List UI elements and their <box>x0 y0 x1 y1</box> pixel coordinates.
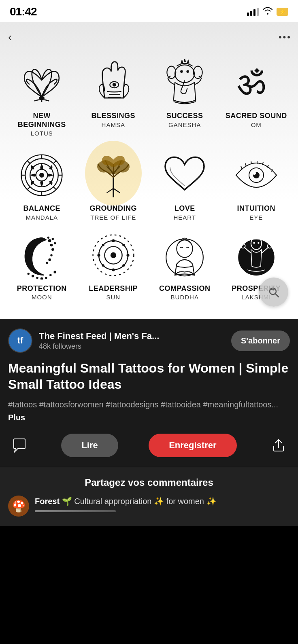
svg-point-10 <box>187 70 189 73</box>
comments-section: Partagez vos commentaires 🍄 Forest 🌱 Cul… <box>0 467 298 526</box>
svg-point-50 <box>111 252 116 258</box>
ganesha-icon <box>160 58 209 107</box>
lakshmi-icon <box>232 231 281 280</box>
subscribe-button[interactable]: S'abonner <box>231 330 290 351</box>
author-avatar: tf <box>8 328 32 353</box>
svg-point-36 <box>52 248 53 250</box>
svg-text:ॐ: ॐ <box>237 64 265 102</box>
more-button[interactable]: ••• <box>279 32 292 42</box>
author-left: tf The Finest Feed | Men's Fa... 48k fol… <box>8 328 159 353</box>
comment-bar <box>35 510 116 512</box>
svg-point-52 <box>112 268 115 271</box>
plus-label[interactable]: Plus <box>8 413 25 422</box>
mandala-label-main: BALANCE <box>23 204 61 213</box>
comment-text: Forest 🌱 Cultural appropriation ✨ for wo… <box>35 496 217 512</box>
tattoo-item-lotus: NEW BEGINNINGS LOTUS <box>6 54 78 143</box>
svg-point-30 <box>253 172 256 175</box>
treeoflife-label-main: GROUNDING <box>90 204 137 213</box>
moon-label-main: PROTECTION <box>17 284 67 293</box>
status-bar: 01:42 ⚡ <box>0 0 298 22</box>
read-button[interactable]: Lire <box>61 434 118 457</box>
svg-point-57 <box>122 244 125 246</box>
save-button[interactable]: Enregistrer <box>149 434 236 457</box>
svg-line-23 <box>53 161 56 163</box>
tattoo-grid-row2: BALANCE MANDALA <box>4 147 294 227</box>
comments-title: Partagez vos commentaires <box>8 477 290 488</box>
bottom-panel: tf The Finest Feed | Men's Fa... 48k fol… <box>0 319 298 467</box>
svg-point-3 <box>113 83 116 87</box>
svg-point-61 <box>238 240 274 275</box>
content-image-area: ‹ ••• NEW BEGINNINGS LOTUS <box>0 22 298 319</box>
svg-point-33 <box>48 237 49 238</box>
heart-label-main: LOVE <box>175 204 195 213</box>
svg-point-16 <box>39 173 44 178</box>
svg-point-8 <box>194 66 202 79</box>
comment-button[interactable] <box>8 434 31 457</box>
tattoo-item-heart: LOVE HEART <box>149 147 221 227</box>
moon-label-sub: MOON <box>32 294 52 301</box>
svg-point-46 <box>54 271 56 273</box>
svg-point-66 <box>258 242 259 244</box>
svg-point-51 <box>112 239 115 242</box>
tattoo-item-om: ॐ SACRED SOUND OM <box>221 54 292 143</box>
svg-line-27 <box>113 189 120 193</box>
svg-point-35 <box>54 243 55 244</box>
svg-point-60 <box>177 240 193 258</box>
sun-label-sub: SUN <box>106 294 120 301</box>
svg-point-58 <box>102 264 104 267</box>
author-followers: 48k followers <box>39 342 159 351</box>
sun-label-main: LEADERSHIP <box>89 284 138 293</box>
ganesha-label-main: SUCCESS <box>166 112 203 121</box>
svg-point-6 <box>175 65 194 83</box>
eye-label-sub: EYE <box>249 214 263 221</box>
tattoo-item-moon: PROTECTION MOON <box>6 227 78 307</box>
nav-bar: ‹ ••• <box>0 26 298 53</box>
buddha-label-main: COMPASSION <box>159 284 211 293</box>
svg-point-39 <box>47 262 48 263</box>
lotus-label-main: NEW BEGINNINGS <box>8 112 76 129</box>
tattoo-item-buddha: COMPASSION BUDDHA <box>149 227 221 307</box>
wifi-icon <box>263 7 272 17</box>
tattoo-item-treeoflife: GROUNDING TREE OF LIFE <box>78 147 149 227</box>
mandala-label-sub: MANDALA <box>26 214 58 221</box>
comment-author: Forest 🌱 <box>35 497 72 506</box>
svg-point-42 <box>37 277 38 278</box>
svg-point-43 <box>32 275 34 277</box>
share-button[interactable] <box>267 434 290 457</box>
svg-point-34 <box>52 238 53 239</box>
tattoo-item-ganesha: SUCCESS GANESHA <box>149 54 221 143</box>
treeoflife-icon <box>89 151 138 199</box>
search-fab-button[interactable] <box>259 278 288 307</box>
sun-icon <box>89 231 138 280</box>
heart-icon <box>160 151 209 199</box>
buddha-label-sub: BUDDHA <box>171 294 199 301</box>
svg-point-9 <box>180 70 183 73</box>
hamsa-icon <box>89 58 138 107</box>
eye-icon <box>232 151 281 199</box>
comment-row: 🍄 Forest 🌱 Cultural appropriation ✨ for … <box>8 496 290 517</box>
mandala-icon <box>17 151 66 199</box>
treeoflife-label-sub: TREE OF LIFE <box>90 214 136 221</box>
hamsa-label-sub: HAMSA <box>102 121 125 128</box>
svg-point-38 <box>49 259 51 261</box>
svg-point-37 <box>51 254 52 256</box>
svg-line-68 <box>275 294 279 297</box>
lotus-icon <box>17 58 66 107</box>
svg-point-44 <box>28 273 29 274</box>
tattoo-item-mandala: BALANCE MANDALA <box>6 147 78 227</box>
svg-point-54 <box>126 254 129 256</box>
buddha-icon <box>160 231 209 280</box>
author-row: tf The Finest Feed | Men's Fa... 48k fol… <box>8 328 290 353</box>
svg-point-56 <box>122 264 125 267</box>
om-icon: ॐ <box>232 58 281 107</box>
om-label-sub: OM <box>251 121 262 128</box>
tattoo-grid-row1: NEW BEGINNINGS LOTUS <box>4 50 294 147</box>
comment-body: Cultural appropriation ✨ for women ✨ <box>74 497 216 506</box>
action-row: Lire Enregistrer <box>8 434 290 467</box>
svg-point-53 <box>97 254 100 256</box>
lotus-label-sub: LOTUS <box>31 130 53 137</box>
back-button[interactable]: ‹ <box>6 29 13 45</box>
eye-label-main: INTUITION <box>237 204 276 213</box>
tattoo-grid-row3: PROTECTION MOON <box>4 227 294 307</box>
status-icons: ⚡ <box>247 7 288 17</box>
